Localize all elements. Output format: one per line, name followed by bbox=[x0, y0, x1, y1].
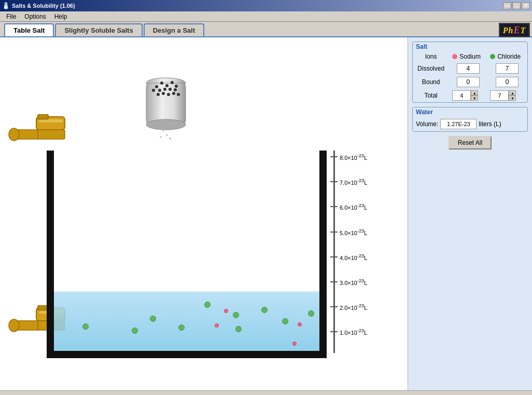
volume-field[interactable] bbox=[440, 119, 477, 129]
sim-area: 8.0×10-23L 7.0×10-23L 6.0×10-23L 5.0×10-… bbox=[0, 37, 408, 390]
title-bar-buttons: — □ ✕ bbox=[503, 2, 530, 9]
beaker-left-wall bbox=[47, 151, 54, 353]
bound-label: Bound bbox=[413, 75, 449, 89]
salt-section-title: Salt bbox=[413, 42, 527, 51]
bound-chloride-field[interactable] bbox=[496, 77, 519, 87]
particle-chloride-7 bbox=[132, 328, 138, 334]
total-label: Total bbox=[413, 89, 449, 102]
main-area: 8.0×10-23L 7.0×10-23L 6.0×10-23L 5.0×10-… bbox=[0, 37, 532, 390]
bound-row: Bound bbox=[413, 75, 527, 89]
particle-chloride-4 bbox=[261, 307, 268, 313]
bottom-bar: ⏸ ▶| bbox=[0, 390, 532, 395]
dissolved-row: Dissolved bbox=[413, 62, 527, 75]
chloride-header: Chloride bbox=[487, 51, 527, 62]
app-icon: 🧂 bbox=[2, 2, 10, 9]
sodium-label-container: Sodium bbox=[452, 53, 484, 60]
scale-mark-7: 7.0×10-23L bbox=[330, 178, 367, 186]
svg-point-3 bbox=[155, 85, 158, 88]
particle-chloride-9 bbox=[235, 326, 242, 332]
total-row: Total ▲ ▼ bbox=[413, 89, 527, 102]
dissolved-sodium-field[interactable] bbox=[457, 63, 480, 74]
menu-bar: File Options Help bbox=[0, 11, 532, 22]
svg-point-11 bbox=[174, 88, 177, 91]
svg-point-6 bbox=[171, 81, 174, 84]
svg-point-4 bbox=[160, 81, 163, 85]
scale-mark-2: 2.0×10-23L bbox=[330, 303, 367, 311]
dissolved-chloride-field[interactable] bbox=[496, 63, 519, 74]
water-section-title: Water bbox=[413, 107, 527, 117]
svg-point-25 bbox=[9, 128, 19, 141]
beaker-right-wall bbox=[319, 151, 327, 353]
sodium-dot bbox=[452, 54, 457, 59]
svg-point-16 bbox=[172, 92, 175, 95]
total-chloride-input[interactable] bbox=[490, 90, 509, 101]
particle-chloride-10 bbox=[282, 318, 288, 324]
scale-ruler: 8.0×10-23L 7.0×10-23L 6.0×10-23L 5.0×10-… bbox=[329, 151, 397, 353]
chloride-label-container: Chloride bbox=[490, 53, 524, 60]
tab-slightly-soluble[interactable]: Slightly Soluble Salts bbox=[55, 23, 142, 36]
particle-chloride-8 bbox=[178, 324, 185, 331]
phet-logo-text: PhET bbox=[503, 25, 526, 36]
svg-point-14 bbox=[162, 92, 165, 95]
svg-point-2 bbox=[146, 119, 186, 130]
svg-point-9 bbox=[163, 88, 166, 91]
svg-point-12 bbox=[152, 89, 155, 92]
tab-design-salt[interactable]: Design a Salt bbox=[144, 23, 205, 36]
scale-mark-8: 8.0×10-23L bbox=[330, 153, 367, 161]
scale-mark-3: 3.0×10-23L bbox=[330, 278, 367, 286]
svg-point-13 bbox=[157, 93, 160, 96]
svg-rect-27 bbox=[39, 119, 63, 122]
salt-table: Ions Sodium Chloride bbox=[413, 51, 527, 102]
water-section: Water Volume: liters (L) bbox=[412, 107, 528, 132]
phet-logo: PhET bbox=[499, 23, 530, 37]
total-chloride-spinner[interactable]: ▲ ▼ bbox=[490, 90, 524, 101]
sodium-header: Sodium bbox=[449, 51, 487, 62]
volume-row: Volume: liters (L) bbox=[413, 117, 527, 131]
svg-rect-26 bbox=[38, 114, 48, 119]
total-sodium-spin-btns: ▲ ▼ bbox=[471, 90, 478, 101]
total-chloride-down[interactable]: ▼ bbox=[509, 96, 516, 101]
minimize-button[interactable]: — bbox=[503, 2, 511, 9]
svg-point-18 bbox=[162, 130, 164, 132]
volume-label: Volume: bbox=[416, 120, 438, 128]
right-panel: Salt Ions Sodium bbox=[408, 37, 532, 390]
menu-help[interactable]: Help bbox=[50, 12, 72, 21]
tabs-bar: Table Salt Slightly Soluble Salts Design… bbox=[0, 22, 532, 37]
ions-header: Ions bbox=[413, 51, 449, 62]
scale-mark-5: 5.0×10-23L bbox=[330, 228, 367, 236]
chloride-dot bbox=[490, 54, 495, 59]
particle-chloride-2 bbox=[204, 302, 211, 308]
faucet-top[interactable] bbox=[8, 114, 70, 152]
beaker-bottom-wall bbox=[47, 351, 327, 358]
svg-point-15 bbox=[167, 93, 170, 96]
total-sodium-spinner[interactable]: ▲ ▼ bbox=[452, 90, 484, 101]
menu-file[interactable]: File bbox=[2, 12, 20, 21]
total-chloride-up[interactable]: ▲ bbox=[509, 90, 516, 96]
salt-shaker[interactable] bbox=[140, 69, 192, 143]
svg-point-17 bbox=[177, 93, 180, 96]
title-bar: 🧂 Salts & Solubility (1.06) — □ ✕ bbox=[0, 0, 532, 11]
scale-mark-6: 6.0×10-23L bbox=[330, 203, 367, 211]
total-sodium-up[interactable]: ▲ bbox=[471, 90, 478, 96]
reset-all-button[interactable]: Reset All bbox=[449, 136, 492, 149]
water bbox=[54, 291, 319, 351]
total-sodium-down[interactable]: ▼ bbox=[471, 96, 478, 101]
tab-table-salt[interactable]: Table Salt bbox=[4, 23, 54, 36]
bound-sodium-field[interactable] bbox=[457, 77, 480, 87]
maximize-button[interactable]: □ bbox=[512, 2, 521, 9]
menu-options[interactable]: Options bbox=[20, 12, 50, 21]
svg-point-10 bbox=[169, 88, 172, 91]
dissolved-label: Dissolved bbox=[413, 62, 449, 75]
total-chloride-spin-btns: ▲ ▼ bbox=[509, 90, 516, 101]
svg-point-7 bbox=[175, 85, 178, 88]
salt-section: Salt Ions Sodium bbox=[412, 42, 528, 103]
title-text: Salts & Solubility (1.06) bbox=[12, 3, 75, 9]
particle-sodium-3 bbox=[215, 323, 219, 328]
particle-sodium-4 bbox=[292, 342, 297, 346]
svg-point-5 bbox=[165, 84, 169, 87]
title-bar-left: 🧂 Salts & Solubility (1.06) bbox=[2, 2, 75, 9]
chloride-label: Chloride bbox=[497, 53, 521, 60]
close-button[interactable]: ✕ bbox=[522, 2, 530, 9]
particle-chloride-5 bbox=[308, 310, 314, 317]
total-sodium-input[interactable] bbox=[452, 90, 471, 101]
